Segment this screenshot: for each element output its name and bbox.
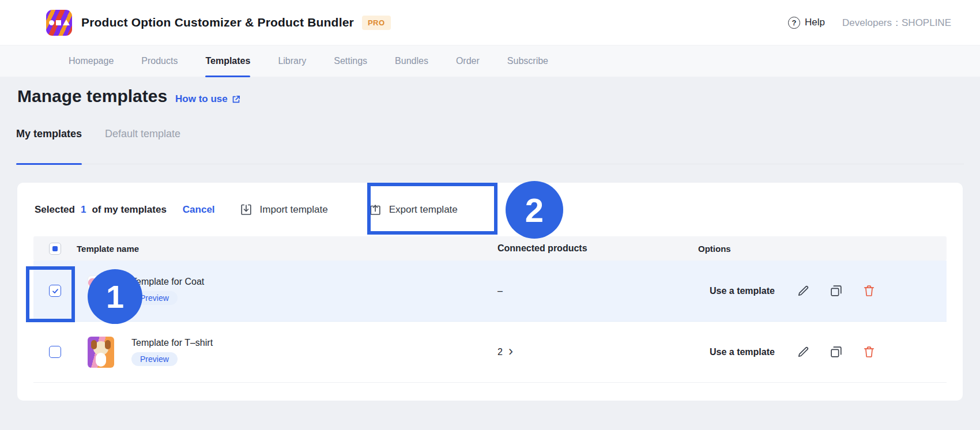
selected-prefix-label: Selected [35,204,75,216]
help-label: Help [805,17,825,28]
template-thumbnail-tshirt [88,337,114,368]
developers-label: Developers：SHOPLINE [842,16,951,29]
page-heading-row: Manage templates How to use [17,86,241,106]
pro-badge: PRO [362,16,391,30]
table-header-row: Template name Connected products Options [33,236,947,261]
annotation-step2-highlight-box [367,183,497,235]
help-button[interactable]: ? Help [788,17,825,29]
external-link-icon [231,95,241,104]
table-row-template-for-coat: Template for Coat Preview – Use a templa… [33,261,947,322]
select-all-checkbox[interactable] [49,243,61,255]
selected-count: 1 [81,204,86,216]
edit-pencil-icon[interactable] [796,344,811,360]
question-mark-icon: ? [788,17,800,29]
delete-trash-icon[interactable] [861,344,877,360]
annotation-step1-circle: 1 [88,269,142,324]
import-template-button[interactable]: Import template [239,203,328,217]
duplicate-copy-icon[interactable] [828,344,844,360]
app-header: Product Option Customizer & Product Bund… [0,0,980,45]
nav-item-order[interactable]: Order [456,46,480,77]
annotation-step2-circle: 2 [506,181,563,239]
indeterminate-mark [52,246,58,251]
how-to-use-label: How to use [175,93,228,105]
use-a-template-button[interactable]: Use a template [710,286,775,296]
chevron-right-icon[interactable]: › [508,346,513,358]
duplicate-copy-icon[interactable] [828,283,844,299]
page-title: Manage templates [17,86,167,106]
header-right: ? Help Developers：SHOPLINE [788,16,951,29]
row-checkbox-unchecked[interactable] [49,346,61,358]
preview-button[interactable]: Preview [131,352,178,366]
delete-trash-icon[interactable] [861,283,877,299]
app-title: Product Option Customizer & Product Bund… [81,16,354,29]
selected-suffix-label: of my templates [92,204,166,216]
nav-item-subscribe[interactable]: Subscribe [507,46,548,77]
table-row-template-for-tshirt: Template for T–shirt Preview 2 › Use a t… [33,322,947,383]
connected-products-value: – [497,286,503,296]
nav-item-library[interactable]: Library [278,46,306,77]
nav-item-products[interactable]: Products [141,46,178,77]
tab-my-templates[interactable]: My templates [16,126,82,165]
tab-default-template[interactable]: Default template [105,126,180,165]
column-header-template-name: Template name [77,244,496,254]
template-tabs: My templates Default template [16,126,180,165]
edit-pencil-icon[interactable] [796,283,811,299]
nav-item-templates[interactable]: Templates [205,46,250,77]
column-header-options: Options [698,244,947,254]
nav-item-bundles[interactable]: Bundles [395,46,428,77]
nav-item-homepage[interactable]: Homepage [69,46,114,77]
logo-square-shape [56,20,61,25]
import-template-label: Import template [260,204,328,216]
nav-item-settings[interactable]: Settings [334,46,367,77]
app-root: Product Option Customizer & Product Bund… [0,0,980,430]
cancel-selection-button[interactable]: Cancel [183,204,215,216]
template-name: Template for T–shirt [131,338,213,348]
connected-products-value: 2 [497,347,503,357]
main-nav: Homepage Products Templates Library Sett… [0,45,980,77]
template-name: Template for Coat [131,277,204,287]
how-to-use-link[interactable]: How to use [175,93,241,105]
logo-circle-shape [49,20,54,25]
use-a-template-button[interactable]: Use a template [710,347,775,357]
logo-triangle-shape [63,20,70,25]
templates-table: Template name Connected products Options [33,236,947,383]
import-download-icon [239,203,253,217]
annotation-step1-highlight-box [26,266,75,322]
column-header-connected-products: Connected products [496,243,698,254]
app-logo-icon [46,10,72,36]
